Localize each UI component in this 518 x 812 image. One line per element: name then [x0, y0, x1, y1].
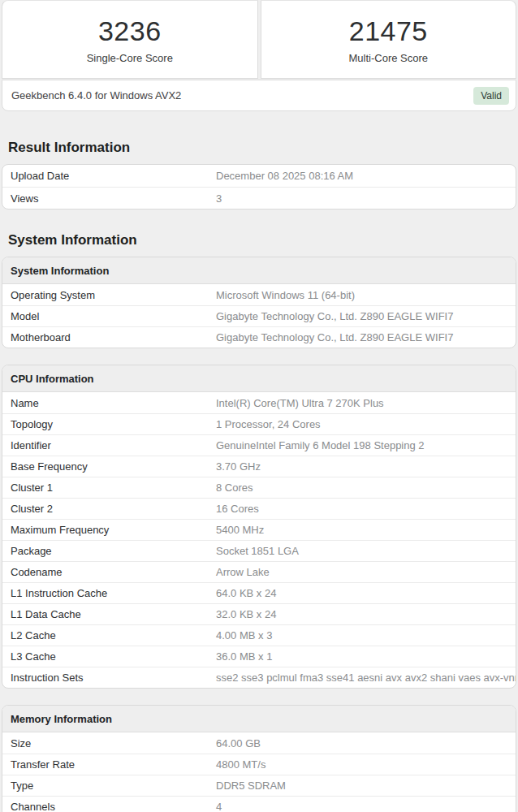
row-label: Channels — [2, 801, 208, 812]
row-label: Instruction Sets — [2, 672, 208, 684]
row-value: Arrow Lake — [208, 566, 516, 578]
table-row: Topology 1 Processor, 24 Cores — [2, 413, 516, 434]
row-value: Microsoft Windows 11 (64-bit) — [208, 289, 516, 301]
benchmark-version-bar: Geekbench 6.4.0 for Windows AVX2 Valid — [2, 80, 516, 111]
section-heading-result-information: Result Information — [8, 140, 518, 156]
table-row: Size 64.00 GB — [2, 732, 516, 754]
row-value: 4 — [208, 801, 516, 812]
row-label: Upload Date — [2, 170, 208, 182]
cpu-information-table: CPU Information Name Intel(R) Core(TM) U… — [2, 365, 516, 689]
row-value: Gigabyte Technology Co., Ltd. Z890 EAGLE… — [208, 331, 516, 343]
row-value: December 08 2025 08:16 AM — [208, 170, 516, 182]
table-row: Name Intel(R) Core(TM) Ultra 7 270K Plus — [2, 392, 516, 413]
row-value: GenuineIntel Family 6 Model 198 Stepping… — [208, 439, 516, 451]
multi-core-score-value: 21475 — [349, 17, 428, 45]
table-row: L3 Cache 36.0 MB x 1 — [2, 646, 516, 667]
table-header-system-information: System Information — [2, 257, 516, 284]
row-label: Package — [2, 545, 208, 557]
row-label: Operating System — [2, 289, 208, 301]
row-value: 3.70 GHz — [208, 460, 516, 473]
row-value: 1 Processor, 24 Cores — [208, 418, 516, 430]
row-label: Maximum Frequency — [2, 524, 208, 536]
multi-core-score-label: Multi-Core Score — [348, 52, 428, 64]
row-label: Cluster 2 — [2, 503, 208, 515]
table-row: Instruction Sets sse2 sse3 pclmul fma3 s… — [2, 667, 516, 688]
score-panel: 3236 Single-Core Score 21475 Multi-Core … — [0, 0, 518, 79]
row-label: Cluster 1 — [2, 482, 208, 494]
result-information-table: Upload Date December 08 2025 08:16 AM Vi… — [2, 164, 516, 209]
table-header-memory-information: Memory Information — [2, 706, 516, 732]
row-label: Transfer Rate — [2, 758, 208, 771]
row-label: Topology — [2, 418, 208, 430]
row-value: 64.00 GB — [208, 737, 516, 749]
row-value: 16 Cores — [208, 503, 516, 515]
table-row: Type DDR5 SDRAM — [2, 775, 516, 796]
row-value: 4.00 MB x 3 — [208, 629, 516, 641]
table-row: Base Frequency 3.70 GHz — [2, 456, 516, 477]
memory-information-table: Memory Information Size 64.00 GB Transfe… — [2, 705, 516, 812]
system-information-table: System Information Operating System Micr… — [2, 257, 516, 348]
single-core-score-label: Single-Core Score — [87, 52, 173, 64]
table-row: Identifier GenuineIntel Family 6 Model 1… — [2, 434, 516, 456]
row-value: sse2 sse3 pclmul fma3 sse41 aesni avx av… — [208, 672, 516, 684]
table-row: Upload Date December 08 2025 08:16 AM — [2, 165, 516, 187]
row-value: 36.0 MB x 1 — [208, 650, 516, 663]
row-label: Size — [2, 737, 208, 749]
table-row: Views 3 — [2, 187, 516, 209]
table-row: Operating System Microsoft Windows 11 (6… — [2, 284, 516, 305]
row-label: L3 Cache — [2, 650, 208, 663]
row-value: 3 — [208, 192, 516, 205]
table-row: L1 Instruction Cache 64.0 KB x 24 — [2, 582, 516, 603]
table-row: Cluster 1 8 Cores — [2, 477, 516, 498]
benchmark-version-text: Geekbench 6.4.0 for Windows AVX2 — [11, 89, 181, 102]
row-label: L1 Data Cache — [2, 608, 208, 620]
row-label: Motherboard — [2, 331, 208, 343]
row-value: 32.0 KB x 24 — [208, 608, 516, 620]
row-label: Codename — [2, 566, 208, 578]
row-value: 64.0 KB x 24 — [208, 587, 516, 599]
row-label: Identifier — [2, 439, 208, 451]
geekbench-result-page: 3236 Single-Core Score 21475 Multi-Core … — [0, 0, 518, 812]
table-row: L2 Cache 4.00 MB x 3 — [2, 624, 516, 646]
row-value: Intel(R) Core(TM) Ultra 7 270K Plus — [208, 397, 516, 409]
row-value: Gigabyte Technology Co., Ltd. Z890 EAGLE… — [208, 310, 516, 322]
table-row: Package Socket 1851 LGA — [2, 540, 516, 561]
row-value: 8 Cores — [208, 482, 516, 494]
row-label: Type — [2, 780, 208, 792]
section-heading-system-information: System Information — [8, 232, 518, 248]
single-core-score-value: 3236 — [98, 17, 162, 45]
row-label: Base Frequency — [2, 460, 208, 473]
table-header-cpu-information: CPU Information — [2, 365, 516, 392]
table-row: Codename Arrow Lake — [2, 561, 516, 582]
table-row: Channels 4 — [2, 796, 516, 812]
table-row: Motherboard Gigabyte Technology Co., Ltd… — [2, 326, 516, 348]
row-value: 5400 MHz — [208, 524, 516, 536]
row-value: DDR5 SDRAM — [208, 780, 516, 792]
row-label: Views — [2, 192, 208, 205]
valid-status-badge: Valid — [473, 87, 509, 105]
table-row: Transfer Rate 4800 MT/s — [2, 754, 516, 775]
row-label: L2 Cache — [2, 629, 208, 641]
row-label: Model — [2, 310, 208, 322]
table-row: Maximum Frequency 5400 MHz — [2, 519, 516, 540]
table-row: Model Gigabyte Technology Co., Ltd. Z890… — [2, 305, 516, 326]
row-value: 4800 MT/s — [208, 758, 516, 771]
row-value: Socket 1851 LGA — [208, 545, 516, 557]
table-row: L1 Data Cache 32.0 KB x 24 — [2, 603, 516, 624]
table-row: Cluster 2 16 Cores — [2, 498, 516, 519]
row-label: Name — [2, 397, 208, 409]
single-core-score-card: 3236 Single-Core Score — [2, 0, 258, 79]
multi-core-score-card: 21475 Multi-Core Score — [261, 0, 517, 79]
row-label: L1 Instruction Cache — [2, 587, 208, 599]
